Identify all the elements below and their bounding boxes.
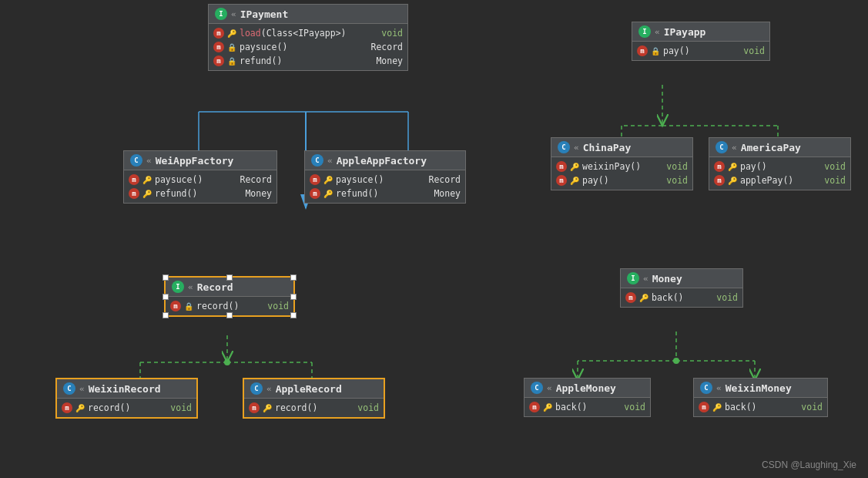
ipayment-title: IPayment (240, 8, 289, 20)
applerecord-title: AppleRecord (276, 383, 342, 395)
weixinmoney-box[interactable]: C « WeixinMoney m 🔑 back() void (693, 378, 828, 417)
applerecord-body: m 🔑 record() void (244, 399, 384, 417)
ipayapp-box[interactable]: I « IPayapp m 🔒 pay() void (632, 22, 770, 61)
resize-handle-mr[interactable] (290, 294, 297, 300)
diagram-canvas: I « IPayment m 🔑 load(Class<IPayapp>) vo… (0, 0, 868, 478)
ipayment-type-icon: I (215, 8, 227, 20)
weiappfactory-type-icon: C (130, 154, 142, 167)
ipayment-method-load: m 🔑 load(Class<IPayapp>) void (213, 26, 403, 40)
appleappfactory-title: AppleAppFactory (337, 155, 427, 167)
ipayment-box[interactable]: I « IPayment m 🔑 load(Class<IPayapp>) vo… (208, 4, 408, 71)
weiappfactory-title: WeiAppFactory (156, 155, 234, 167)
weixinmoney-header: C « WeixinMoney (694, 379, 827, 398)
appleappfactory-type-icon: C (311, 154, 323, 167)
weixinrecord-title: WeixinRecord (89, 383, 161, 395)
weiappfactory-method-refund: m 🔑 refund() Money (129, 187, 272, 200)
appleappfactory-method-refund: m 🔑 refund() Money (310, 187, 461, 200)
americapay-method-pay: m 🔑 pay() void (714, 160, 846, 173)
americapay-body: m 🔑 pay() void m 🔑 applePay() void (709, 157, 850, 190)
badge-m: m (213, 28, 224, 39)
lock-icon: 🔒 (227, 43, 236, 52)
chinapay-title: ChinaPay (583, 142, 632, 153)
appleappfactory-header: C « AppleAppFactory (305, 151, 465, 170)
weixinrecord-method-record: m 🔑 record() void (62, 401, 192, 415)
record-title: Record (197, 281, 233, 293)
weiappfactory-header: C « WeiAppFactory (124, 151, 276, 170)
weixinmoney-type-icon: C (700, 382, 712, 394)
weiappfactory-box[interactable]: C « WeiAppFactory m 🔑 paysuce() Record m… (123, 150, 277, 204)
ipayment-method-refund: m 🔒 refund() Money (213, 54, 403, 68)
weiappfactory-body: m 🔑 paysuce() Record m 🔑 refund() Money (124, 170, 276, 203)
resize-handle-tl[interactable] (163, 274, 169, 281)
applerecord-box[interactable]: C « AppleRecord m 🔑 record() void (243, 378, 385, 419)
americapay-box[interactable]: C « AmericaPay m 🔑 pay() void m 🔑 appleP… (709, 137, 851, 190)
weixinmoney-method-back: m 🔑 back() void (699, 400, 823, 414)
applemoney-header: C « AppleMoney (524, 379, 650, 398)
resize-handle-bl[interactable] (163, 312, 169, 318)
applerecord-type-icon: C (250, 382, 263, 395)
applemoney-body: m 🔑 back() void (524, 398, 650, 416)
chinapay-body: m 🔑 weixinPay() void m 🔑 pay() void (551, 157, 692, 190)
chinapay-method-pay: m 🔑 pay() void (556, 173, 688, 187)
ipayment-header: I « IPayment (209, 5, 407, 24)
applerecord-method-record: m 🔑 record() void (249, 401, 379, 415)
money-title: Money (652, 273, 682, 284)
americapay-title: AmericaPay (741, 142, 801, 153)
resize-handle-bm[interactable] (226, 312, 233, 318)
chinapay-box[interactable]: C « ChinaPay m 🔑 weixinPay() void m 🔑 pa… (551, 137, 693, 190)
americapay-header: C « AmericaPay (709, 138, 850, 157)
weixinrecord-box[interactable]: C « WeixinRecord m 🔑 record() void (55, 378, 198, 419)
ipayapp-body: m 🔒 pay() void (632, 42, 769, 60)
chinapay-type-icon: C (558, 141, 570, 153)
record-box[interactable]: I « Record m 🔒 record() void (164, 276, 295, 317)
applemoney-box[interactable]: C « AppleMoney m 🔑 back() void (524, 378, 651, 417)
lock-icon2: 🔒 (227, 57, 236, 66)
money-body: m 🔑 back() void (621, 288, 742, 307)
weixinmoney-body: m 🔑 back() void (694, 398, 827, 416)
money-box[interactable]: I « Money m 🔑 back() void (620, 268, 743, 308)
resize-handle-tr[interactable] (290, 274, 297, 281)
money-header: I « Money (621, 269, 742, 288)
chinapay-method-weixinpay: m 🔑 weixinPay() void (556, 160, 688, 173)
appleappfactory-box[interactable]: C « AppleAppFactory m 🔑 paysuce() Record… (304, 150, 466, 204)
applemoney-type-icon: C (531, 382, 543, 394)
americapay-method-applepay: m 🔑 applePay() void (714, 173, 846, 187)
applerecord-header: C « AppleRecord (244, 379, 384, 399)
key-icon: 🔑 (227, 29, 236, 38)
ipayapp-header: I « IPayapp (632, 22, 769, 42)
resize-handle-ml[interactable] (163, 294, 169, 300)
ipayapp-title: IPayapp (664, 26, 706, 38)
appleappfactory-method-paysuce: m 🔑 paysuce() Record (310, 173, 461, 187)
chinapay-header: C « ChinaPay (551, 138, 692, 157)
applemoney-title: AppleMoney (556, 382, 616, 394)
watermark: CSDN @Laughing_Xie (762, 459, 856, 470)
record-type-icon: I (172, 281, 184, 293)
resize-handle-tm[interactable] (226, 274, 233, 281)
ipayment-body: m 🔑 load(Class<IPayapp>) void m 🔒 paysuc… (209, 24, 407, 70)
record-method-record: m 🔒 record() void (170, 299, 289, 313)
ipayapp-method-pay: m 🔒 pay() void (637, 44, 765, 58)
applemoney-method-back: m 🔑 back() void (529, 400, 645, 414)
weixinmoney-title: WeixinMoney (726, 382, 792, 394)
money-type-icon: I (627, 272, 639, 284)
svg-point-21 (224, 359, 230, 365)
badge-m2: m (213, 42, 224, 52)
weixinrecord-header: C « WeixinRecord (57, 379, 196, 399)
ipayapp-type-icon: I (638, 25, 651, 38)
resize-handle-br[interactable] (290, 312, 297, 318)
svg-point-22 (673, 358, 679, 364)
weixinrecord-type-icon: C (63, 382, 75, 395)
weixinrecord-body: m 🔑 record() void (57, 399, 196, 417)
weiappfactory-method-paysuce: m 🔑 paysuce() Record (129, 173, 272, 187)
money-method-back: m 🔑 back() void (625, 291, 738, 305)
appleappfactory-body: m 🔑 paysuce() Record m 🔑 refund() Money (305, 170, 465, 203)
ipayment-method-paysuce: m 🔒 paysuce() Record (213, 40, 403, 54)
badge-m3: m (213, 56, 224, 66)
americapay-type-icon: C (716, 141, 728, 153)
